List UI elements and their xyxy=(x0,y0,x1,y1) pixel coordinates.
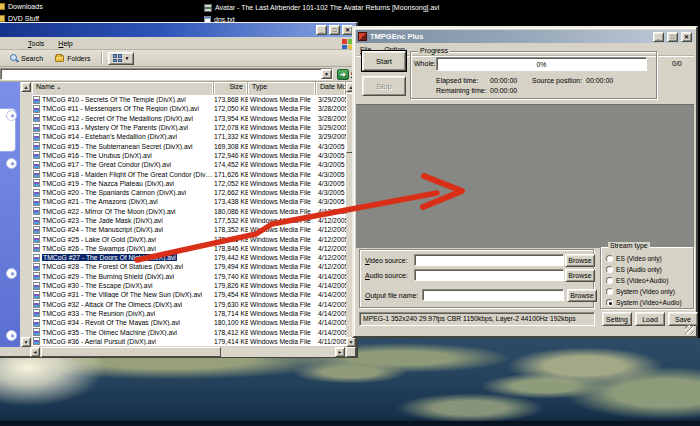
file-name: TMCoG #22 - Mirror Of The Moon (DivX).av… xyxy=(42,208,176,215)
file-row[interactable]: TMCoG #36 - Aerial Pursuit (DivX).avi179… xyxy=(32,337,346,346)
file-row[interactable]: TMCoG #35 - The Olmec Machine (DivX).avi… xyxy=(32,327,346,336)
file-row[interactable]: TMCoG #11 - Messengers Of The Region (Di… xyxy=(32,104,346,113)
file-date: 3/29/2005 xyxy=(316,133,346,140)
resize-grip[interactable] xyxy=(685,325,694,334)
chevron-up-icon[interactable]: « xyxy=(6,330,17,341)
desktop-icon-downloads[interactable]: Downloads xyxy=(0,1,43,12)
file-row[interactable]: TMCoG #13 - Mystery Of The Parents (DivX… xyxy=(32,123,346,132)
output-file-input[interactable] xyxy=(422,289,564,301)
column-header-name[interactable]: Name ▲ xyxy=(32,82,214,94)
stop-button[interactable]: Stop xyxy=(362,76,406,96)
file-type: Windows Media File xyxy=(248,180,316,187)
scroll-down-icon[interactable]: ▼ xyxy=(346,337,356,347)
file-date: 4/12/2005 xyxy=(316,226,346,233)
file-row[interactable]: TMCoG #28 - The Forest Of Statues (DivX)… xyxy=(32,262,346,271)
file-date: 4/14/2005 xyxy=(316,319,346,326)
file-row[interactable]: TMCoG #10 - Secrets Of The Temple (DivX)… xyxy=(32,95,346,104)
load-button[interactable]: Load xyxy=(635,312,665,326)
stream-type-radio[interactable]: ES (Video only) xyxy=(606,253,692,264)
column-header-date[interactable]: Date Modifi xyxy=(316,82,346,94)
file-row[interactable]: TMCoG #25 - Lake Of Gold (DivX).avi178,7… xyxy=(32,234,346,243)
file-row[interactable]: TMCoG #26 - The Swamps (DivX).avi178,846… xyxy=(32,244,346,253)
menu-tools[interactable]: Tools xyxy=(28,40,44,47)
chevron-down-icon: ▼ xyxy=(125,55,130,61)
elapsed-label: Elapsed time: xyxy=(436,77,478,84)
file-row[interactable]: TMCoG #20 - The Spaniards Cannon (DivX).… xyxy=(32,188,346,197)
file-row[interactable]: TMCoG #33 - The Reunion (DivX).avi178,71… xyxy=(32,309,346,318)
file-row[interactable]: TMCoG #29 - The Burning Shield (DivX).av… xyxy=(32,272,346,281)
close-icon[interactable]: ✕ xyxy=(681,32,692,42)
scroll-down-icon[interactable]: ▼ xyxy=(21,337,31,347)
video-source-input[interactable] xyxy=(414,254,564,266)
search-button[interactable]: Search xyxy=(6,52,47,64)
file-row[interactable]: TMCoG #34 - Revolt Of The Mayas (DivX).a… xyxy=(32,318,346,327)
file-name: TMCoG #16 - The Urubus (DivX).avi xyxy=(42,152,152,159)
folders-button[interactable]: Folders xyxy=(51,53,94,64)
file-row[interactable]: TMCoG #30 - The Escape (DivX).avi179,826… xyxy=(32,281,346,290)
file-row[interactable]: TMCoG #12 - Secret Of The Medallions (Di… xyxy=(32,114,346,123)
radio-label: ES (Video only) xyxy=(616,255,662,262)
media-file-icon xyxy=(33,291,40,299)
file-name: TMCoG #33 - The Reunion (DivX).avi xyxy=(42,310,155,317)
start-button[interactable]: Start xyxy=(362,51,406,71)
views-button[interactable]: ▼ xyxy=(108,52,135,65)
file-row[interactable]: TMCoG #14 - Esteban's Medallion (DivX).a… xyxy=(32,132,346,141)
explorer-title-bar[interactable]: _ □ ✕ xyxy=(0,23,356,37)
scroll-left-icon[interactable]: ◄ xyxy=(30,347,40,357)
menu-help[interactable]: Help xyxy=(58,40,72,47)
media-file-icon xyxy=(204,4,212,12)
file-name: TMCoG #27 - The Doors Of Night (DivX).av… xyxy=(42,254,177,261)
file-row[interactable]: TMCoG #24 - The Manuscript (DivX).avi178… xyxy=(32,225,346,234)
media-file-icon xyxy=(33,244,40,252)
column-header-type[interactable]: Type xyxy=(248,82,316,94)
minimize-icon[interactable]: _ xyxy=(316,25,327,35)
toolbar-separator xyxy=(101,52,102,64)
chevron-up-icon[interactable]: « xyxy=(6,158,17,169)
file-row[interactable]: TMCoG #31 - The Village Of The New Sun (… xyxy=(32,290,346,299)
file-type: Windows Media File xyxy=(248,273,316,280)
tmpgenc-app-icon xyxy=(358,32,367,41)
chevron-up-icon[interactable]: « xyxy=(6,268,17,279)
maximize-icon[interactable]: □ xyxy=(667,32,678,42)
stream-type-radio[interactable]: System (Video only) xyxy=(606,286,692,297)
file-name: TMCoG #36 - Aerial Pursuit (DivX).avi xyxy=(42,338,156,345)
media-file-icon xyxy=(33,254,40,262)
save-button[interactable]: Save xyxy=(668,312,698,326)
address-input[interactable]: ▼ xyxy=(0,68,333,80)
desktop-icon-avatar-avi[interactable]: Avatar - The Last Airbender 101-102 The … xyxy=(204,2,439,13)
go-button[interactable]: ➜ xyxy=(337,69,349,80)
scroll-up-icon[interactable]: ▲ xyxy=(21,82,31,92)
file-name: TMCoG #32 - Attack Of The Olmecs (DivX).… xyxy=(42,301,182,308)
media-file-icon xyxy=(33,124,40,132)
setting-button[interactable]: Setting xyxy=(602,312,632,326)
scrollbar-thumb[interactable] xyxy=(41,347,221,357)
stream-type-radio[interactable]: ES (Video+Audio) xyxy=(606,275,692,286)
file-row[interactable]: TMCoG #22 - Mirror Of The Moon (DivX).av… xyxy=(32,207,346,216)
file-type: Windows Media File xyxy=(248,263,316,270)
address-dropdown-icon[interactable]: ▼ xyxy=(321,69,332,79)
output-browse-button[interactable]: Browse xyxy=(567,289,597,302)
file-row[interactable]: TMCoG #16 - The Urubus (DivX).avi172,946… xyxy=(32,151,346,160)
file-row[interactable]: TMCoG #17 - The Great Condor (DivX).avi1… xyxy=(32,160,346,169)
audio-source-input[interactable] xyxy=(414,269,564,281)
file-row[interactable]: TMCoG #23 - The Jade Mask (DivX).avi177,… xyxy=(32,216,346,225)
audio-browse-button[interactable]: Browse xyxy=(565,269,595,282)
scroll-right-icon[interactable]: ► xyxy=(335,347,345,357)
tasks-scrollbar[interactable]: ▲ ▼ xyxy=(20,82,32,347)
maximize-icon[interactable]: □ xyxy=(329,25,340,35)
video-browse-button[interactable]: Browse xyxy=(565,254,595,267)
column-header-size[interactable]: Size xyxy=(214,82,248,94)
file-row[interactable]: TMCoG #15 - The Subterranean Secret (Div… xyxy=(32,141,346,150)
file-row[interactable]: TMCoG #32 - Attack Of The Olmecs (DivX).… xyxy=(32,300,346,309)
stream-type-radio[interactable]: ES (Audio only) xyxy=(606,264,692,275)
list-hscrollbar[interactable]: ◄ ► xyxy=(30,347,356,357)
file-row[interactable]: TMCoG #19 - The Nazca Plateau (DivX).avi… xyxy=(32,179,346,188)
minimize-icon[interactable]: _ xyxy=(653,32,664,42)
file-row[interactable]: TMCoG #27 - The Doors Of Night (DivX).av… xyxy=(32,253,346,262)
chevron-up-icon[interactable]: « xyxy=(6,110,17,121)
tmpgenc-title-bar[interactable]: TMPGEnc Plus _ □ ✕ xyxy=(356,30,694,43)
stream-type-radio[interactable]: System (Video+Audio) xyxy=(606,297,692,308)
file-row[interactable]: TMCoG #21 - The Amazons (DivX).avi173,43… xyxy=(32,197,346,206)
preview-area xyxy=(356,104,694,248)
file-row[interactable]: TMCoG #18 - Maiden Flight Of The Great C… xyxy=(32,169,346,178)
